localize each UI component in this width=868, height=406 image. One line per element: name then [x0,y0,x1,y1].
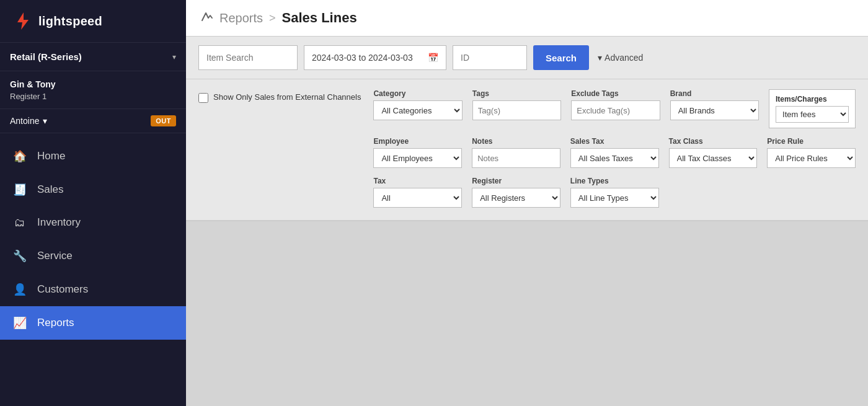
brand-label: Brand [670,89,759,98]
reports-icon: 📈 [12,316,27,330]
inventory-icon: 🗂 [12,216,27,229]
show-only-external-channels: Show Only Sales from External Channels [198,92,373,103]
store-name: Retail (R-Series) [10,51,82,62]
page-title: Sales Lines [282,10,357,26]
user-selector[interactable]: Antoine ▾ [10,116,47,126]
external-channels-checkbox[interactable] [198,93,208,103]
breadcrumb-reports[interactable]: Reports [219,11,263,25]
sidebar-item-home-label: Home [37,150,65,162]
calendar-icon: 📅 [428,53,438,63]
reports-breadcrumb-icon [201,11,213,26]
sidebar-item-customers-label: Customers [37,283,88,296]
sales-tax-select[interactable]: All Sales Taxes [570,148,659,168]
notes-filter: Notes [472,137,560,168]
item-search-input[interactable] [198,45,298,70]
tags-label: Tags [472,89,561,98]
page-header: Reports > Sales Lines [186,0,868,37]
sidebar-item-inventory-label: Inventory [37,216,81,229]
sidebar-item-customers[interactable]: 👤 Customers [0,273,186,306]
tags-input[interactable] [472,100,561,120]
brand-filter: Brand All Brands [670,89,759,120]
register-name: Register 1 [10,92,46,101]
sidebar: lightspeed Retail (R-Series) ▾ Gin & Ton… [0,0,186,406]
price-rule-filter: Price Rule All Price Rules [767,137,856,168]
register-label: Register [472,177,560,185]
tax-class-label: Tax Class [669,137,758,146]
search-button[interactable]: Search [533,45,589,70]
employee-select[interactable]: All Employees [373,148,462,168]
exclude-tags-filter: Exclude Tags [571,89,660,120]
date-range-picker[interactable]: 2024-03-03 to 2024-03-03 📅 [304,45,446,70]
price-rule-label: Price Rule [767,137,856,146]
advanced-label: Advanced [604,53,643,63]
exclude-tags-input[interactable] [571,100,660,120]
id-input[interactable] [453,45,527,70]
store-chevron-icon: ▾ [172,53,176,61]
line-types-filter: Line Types All Line Types [570,177,659,208]
breadcrumb-separator: > [269,12,276,25]
external-channels-label: Show Only Sales from External Channels [213,92,361,103]
items-charges-box: Items/Charges Item fees [769,89,856,128]
user-name-text: Antoine [10,116,39,126]
tax-class-select[interactable]: All Tax Classes [669,148,758,168]
sales-tax-filter: Sales Tax All Sales Taxes [570,137,659,168]
register-owner: Gin & Tony [10,79,56,91]
tax-label: Tax [373,177,462,185]
out-badge: OUT [151,115,176,126]
sidebar-item-sales-label: Sales [37,183,64,196]
tags-filter: Tags [472,89,561,120]
logo-area: lightspeed [0,0,186,43]
employee-filter: Employee All Employees [373,137,462,168]
customers-icon: 👤 [12,283,27,296]
line-types-select[interactable]: All Line Types [570,188,659,208]
service-icon: 🔧 [12,249,27,263]
filters-panel: Show Only Sales from External Channels C… [186,79,868,221]
user-row: Antoine ▾ OUT [0,109,186,133]
lightspeed-logo-icon [12,11,32,31]
sidebar-nav: 🏠 Home 🧾 Sales 🗂 Inventory 🔧 Service 👤 C… [0,133,186,406]
content-area [186,221,868,406]
brand-select[interactable]: All Brands [670,100,759,120]
filters-top-row: Show Only Sales from External Channels C… [198,89,856,208]
store-selector[interactable]: Retail (R-Series) ▾ [0,43,186,71]
advanced-button[interactable]: ▾ Advanced [595,53,645,63]
register-info: Gin & Tony Register 1 [0,71,186,109]
items-charges-select[interactable]: Item fees [776,106,849,123]
advanced-chevron-icon: ▾ [598,53,602,63]
register-filter: Register All Registers [472,177,560,208]
tax-select[interactable]: All [373,188,462,208]
sales-icon: 🧾 [12,183,27,196]
exclude-tags-label: Exclude Tags [571,89,660,98]
sidebar-item-service-label: Service [37,250,73,262]
main-content: Reports > Sales Lines 2024-03-03 to 2024… [186,0,868,406]
home-icon: 🏠 [12,149,27,163]
category-filter: Category All Categories [373,89,462,120]
date-range-text: 2024-03-03 to 2024-03-03 [312,53,413,63]
search-toolbar: 2024-03-03 to 2024-03-03 📅 Search ▾ Adva… [186,37,868,79]
sidebar-item-home[interactable]: 🏠 Home [0,139,186,173]
sidebar-item-sales[interactable]: 🧾 Sales [0,173,186,206]
items-charges-title: Items/Charges [776,95,849,104]
price-rule-select[interactable]: All Price Rules [767,148,856,168]
sidebar-item-inventory[interactable]: 🗂 Inventory [0,206,186,239]
notes-input[interactable] [472,148,560,168]
sidebar-item-reports[interactable]: 📈 Reports [0,306,186,340]
logo-text: lightspeed [38,14,102,29]
register-select[interactable]: All Registers [472,188,560,208]
tax-filter: Tax All [373,177,462,208]
user-chevron-icon: ▾ [43,116,47,126]
notes-label: Notes [472,137,560,146]
sales-tax-label: Sales Tax [570,137,659,146]
category-label: Category [373,89,462,98]
line-types-label: Line Types [570,177,659,185]
sidebar-item-reports-label: Reports [37,317,74,329]
tax-class-filter: Tax Class All Tax Classes [669,137,758,168]
category-select[interactable]: All Categories [373,100,462,120]
employee-label: Employee [373,137,462,146]
sidebar-item-service[interactable]: 🔧 Service [0,239,186,273]
